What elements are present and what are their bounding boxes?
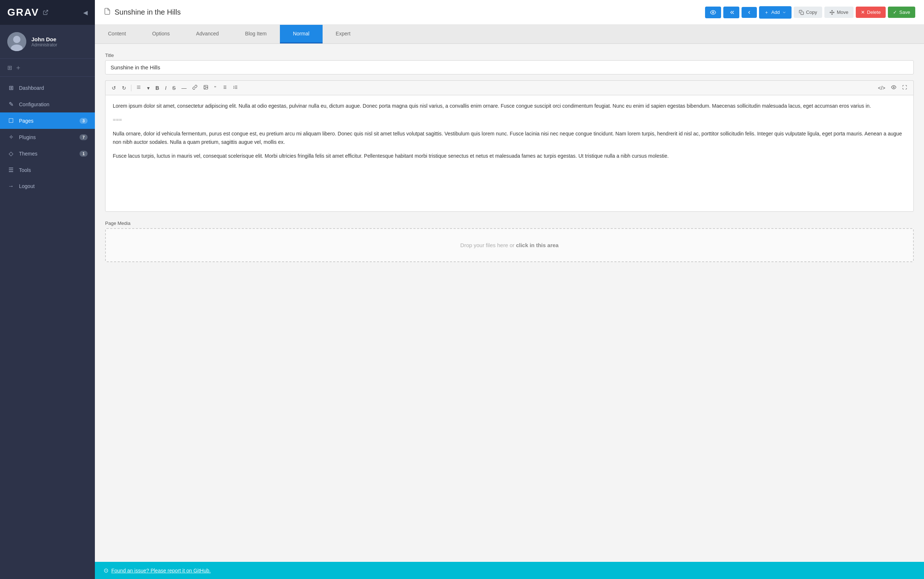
link-button[interactable] bbox=[190, 83, 200, 93]
page-title: Sunshine in the Hills bbox=[114, 8, 181, 16]
tab-blog-item[interactable]: Blog Item bbox=[232, 25, 280, 43]
nav-label-logout: Logout bbox=[19, 183, 88, 189]
italic-button[interactable]: I bbox=[162, 83, 169, 93]
topbar-actions: ＋ Add Copy Mov bbox=[705, 6, 915, 19]
media-label: Page Media bbox=[105, 221, 914, 226]
user-role: Administrator bbox=[31, 43, 57, 47]
page-title-area: Sunshine in the Hills bbox=[104, 8, 181, 17]
tab-options[interactable]: Options bbox=[139, 25, 183, 43]
copy-icon bbox=[799, 10, 804, 15]
user-info: John Doe Administrator bbox=[31, 36, 57, 47]
title-input[interactable] bbox=[105, 60, 914, 74]
nav-badge-plugins: 7 bbox=[80, 134, 88, 140]
tabs-bar: ContentOptionsAdvancedBlog ItemNormalExp… bbox=[95, 25, 924, 44]
sidebar-header: GRAV ◀ bbox=[0, 0, 95, 25]
nav-icon-tools: ☰ bbox=[7, 167, 15, 173]
strikethrough-button[interactable]: S bbox=[170, 83, 178, 93]
add-button[interactable]: ＋ Add bbox=[759, 6, 791, 19]
nav-label-dashboard: Dashboard bbox=[19, 85, 88, 91]
sidebar-collapse-button[interactable]: ◀ bbox=[83, 9, 88, 16]
add-icon-plus: ＋ bbox=[764, 9, 769, 16]
sidebar-add-section[interactable]: ⊞ ＋ bbox=[0, 59, 95, 77]
nav-badge-pages: 3 bbox=[80, 118, 88, 124]
redo-button[interactable]: ↻ bbox=[119, 83, 129, 93]
page-media-section: Page Media Drop your files here or click… bbox=[105, 221, 914, 262]
move-icon bbox=[829, 10, 834, 15]
media-click-text: click in this area bbox=[516, 242, 559, 248]
add-label: Add bbox=[771, 10, 779, 15]
sidebar-item-pages[interactable]: ☐ Pages 3 bbox=[0, 113, 95, 129]
sidebar-item-logout[interactable]: → Logout bbox=[0, 178, 95, 194]
ol-button[interactable] bbox=[230, 83, 240, 93]
heading-button[interactable] bbox=[134, 83, 144, 93]
external-link-icon[interactable] bbox=[43, 10, 49, 15]
nav-badge-themes: 1 bbox=[80, 151, 88, 157]
copy-button[interactable]: Copy bbox=[794, 7, 822, 18]
nav-icon-dashboard: ⊞ bbox=[7, 84, 15, 91]
sidebar-item-dashboard[interactable]: ⊞ Dashboard bbox=[0, 80, 95, 96]
nav-label-configuration: Configuration bbox=[19, 101, 88, 107]
editor-body[interactable]: Lorem ipsum dolor sit amet, consectetur … bbox=[105, 95, 914, 212]
add-icon: ⊞ bbox=[7, 64, 12, 71]
page-doc-icon bbox=[104, 8, 111, 17]
sidebar-item-plugins[interactable]: ✧ Plugins 7 bbox=[0, 129, 95, 145]
sidebar-item-configuration[interactable]: ✎ Configuration bbox=[0, 96, 95, 113]
footer-bar: ⊙ Found an issue? Please report it on Gi… bbox=[95, 562, 924, 579]
code-button[interactable]: </> bbox=[875, 83, 888, 93]
editor-container: Title ↺ ↻ ▾ B I S — bbox=[95, 44, 924, 271]
nav-label-plugins: Plugins bbox=[19, 134, 75, 140]
content-area: ContentOptionsAdvancedBlog ItemNormalExp… bbox=[95, 25, 924, 562]
delete-icon: ✕ bbox=[861, 10, 865, 15]
delete-label: Delete bbox=[867, 10, 881, 15]
hr-button[interactable]: — bbox=[179, 83, 189, 93]
nav-icon-pages: ☐ bbox=[7, 117, 15, 124]
heading-dropdown-button[interactable]: ▾ bbox=[145, 83, 152, 93]
footer-text[interactable]: Found an issue? Please report it on GitH… bbox=[111, 568, 211, 574]
image-button[interactable] bbox=[201, 83, 211, 93]
body-divider: === bbox=[113, 116, 906, 124]
svg-rect-5 bbox=[801, 12, 803, 15]
sidebar: GRAV ◀ John Doe Administrator ⊞ ＋ ⊞ D bbox=[0, 0, 95, 579]
prev-button[interactable] bbox=[741, 7, 757, 18]
nav-icon-themes: ◇ bbox=[7, 150, 15, 157]
body-paragraph-1: Lorem ipsum dolor sit amet, consectetur … bbox=[113, 102, 906, 111]
nav-icon-logout: → bbox=[7, 183, 15, 190]
nav-label-themes: Themes bbox=[19, 151, 75, 157]
body-paragraph-3: Fusce lacus turpis, luctus in mauris vel… bbox=[113, 152, 906, 160]
move-button[interactable]: Move bbox=[824, 7, 854, 18]
fullscreen-button[interactable] bbox=[900, 83, 910, 93]
sidebar-nav: ⊞ Dashboard ✎ Configuration ☐ Pages 3 ✧ … bbox=[0, 77, 95, 579]
user-section: John Doe Administrator bbox=[0, 25, 95, 59]
tab-normal[interactable]: Normal bbox=[280, 25, 323, 43]
nav-label-tools: Tools bbox=[19, 167, 88, 173]
ul-button[interactable] bbox=[219, 83, 230, 93]
toolbar-right: </> bbox=[875, 83, 910, 93]
media-drop-zone[interactable]: Drop your files here or click in this ar… bbox=[105, 228, 914, 262]
preview-button[interactable] bbox=[705, 7, 721, 18]
save-button[interactable]: ✓ Save bbox=[888, 7, 915, 18]
preview-mode-button[interactable] bbox=[889, 83, 899, 93]
github-icon: ⊙ bbox=[104, 567, 108, 574]
nav-label-pages: Pages bbox=[19, 118, 75, 124]
undo-button[interactable]: ↺ bbox=[109, 83, 119, 93]
svg-point-9 bbox=[205, 86, 206, 87]
tab-advanced[interactable]: Advanced bbox=[183, 25, 232, 43]
sidebar-item-tools[interactable]: ☰ Tools bbox=[0, 162, 95, 178]
tab-expert[interactable]: Expert bbox=[323, 25, 364, 43]
sidebar-item-themes[interactable]: ◇ Themes 1 bbox=[0, 145, 95, 162]
logo-text: GRAV bbox=[7, 7, 39, 18]
save-icon: ✓ bbox=[893, 10, 897, 15]
quote-button[interactable]: " bbox=[212, 83, 219, 93]
bold-button[interactable]: B bbox=[153, 83, 162, 93]
delete-button[interactable]: ✕ Delete bbox=[856, 7, 886, 18]
nav-icon-configuration: ✎ bbox=[7, 101, 15, 108]
save-label: Save bbox=[899, 10, 910, 15]
nav-icon-plugins: ✧ bbox=[7, 134, 15, 141]
sidebar-logo: GRAV bbox=[7, 7, 49, 18]
svg-line-0 bbox=[45, 10, 47, 13]
toolbar-divider-1 bbox=[131, 85, 131, 91]
back-button[interactable] bbox=[723, 7, 740, 18]
tab-content[interactable]: Content bbox=[95, 25, 139, 43]
user-name: John Doe bbox=[31, 36, 57, 43]
topbar: Sunshine in the Hills bbox=[95, 0, 924, 25]
